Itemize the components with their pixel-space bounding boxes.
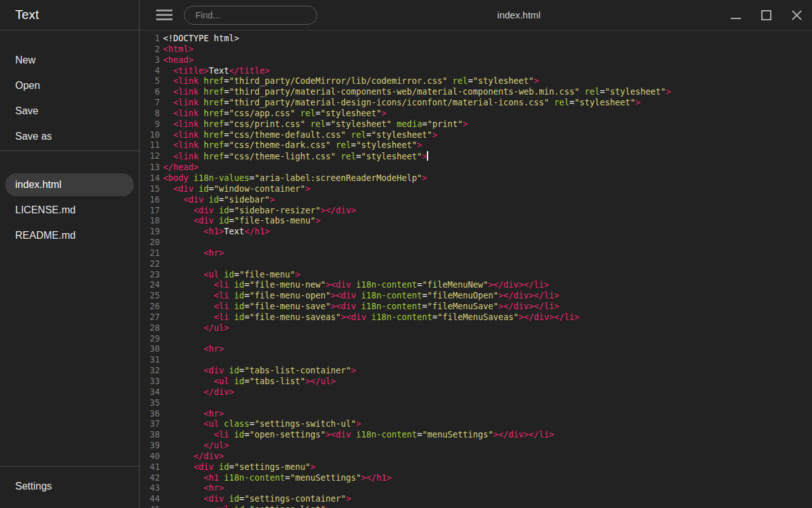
code-text: <li id="open-settings"><div i18n-content… [163,430,554,441]
close-icon [791,10,802,21]
sidebar-item-settings[interactable]: Settings [5,475,134,498]
code-line[interactable]: 4 <title>Text</title> [140,66,812,77]
text-cursor [427,151,428,161]
line-number: 6 [140,87,160,98]
file-menu: NewOpenSaveSave as [0,49,139,148]
sidebar-item-save-as[interactable]: Save as [5,125,134,148]
code-line[interactable]: 15 <div id="window-container"> [140,184,812,195]
close-button[interactable] [782,0,812,30]
code-text: <link href="css/theme-dark.css" rel="sty… [163,140,422,151]
code-text: <html> [163,44,193,55]
code-line[interactable]: 9 <link href="css/print.css" rel="styles… [140,119,812,130]
line-number: 41 [140,462,160,473]
code-line[interactable]: 34 </div> [140,387,812,398]
code-line[interactable]: 7 <link href="third_party/material-desig… [140,98,812,109]
maximize-button[interactable] [751,0,782,30]
code-text: <li id="file-menu-open"><div i18n-conten… [163,291,560,302]
code-line[interactable]: 22 [140,259,812,270]
code-line[interactable]: 25 <li id="file-menu-open"><div i18n-con… [140,291,812,302]
code-line[interactable]: 30 <hr> [140,344,812,355]
code-line[interactable]: 2<html> [140,44,812,55]
code-line[interactable]: 6 <link href="third_party/material-compo… [140,87,812,98]
code-line[interactable]: 19 <h1>Text</h1> [140,227,812,237]
code-editor[interactable]: 1<!DOCTYPE html>2<html>3<head>4 <title>T… [140,31,812,508]
code-line[interactable]: 24 <li id="file-menu-new"><div i18n-cont… [140,280,812,291]
code-line[interactable]: 17 <div id="sidebar-resizer"></div> [140,206,812,217]
code-line[interactable]: 12 <link href="css/theme-light.css" rel=… [140,151,812,163]
line-number: 37 [140,419,160,430]
code-line[interactable]: 33 <ul id="tabs-list"></ul> [140,377,812,387]
code-text: <ul class="settings-switch-ul"> [163,419,361,430]
code-line[interactable]: 10 <link href="css/theme-default.css" re… [140,130,812,141]
code-line[interactable]: 45 <ul id="settings-list"> [140,505,812,508]
line-number: 7 [140,98,160,109]
maximize-icon [761,10,772,21]
line-number: 18 [140,216,160,227]
line-number: 4 [140,66,160,77]
line-number: 14 [140,173,160,184]
code-line[interactable]: 41 <div id="settings-menu"> [140,462,812,473]
code-text: <link href="third_party/material-compone… [163,87,671,98]
file-item-index-html[interactable]: index.html [5,173,134,196]
file-item-license-md[interactable]: LICENSE.md [5,199,134,222]
file-item-readme-md[interactable]: README.md [5,224,134,247]
code-text: <div id="sidebar"> [163,195,275,206]
sidebar-header: Text [0,0,139,30]
code-line[interactable]: 35 [140,398,812,409]
code-text: <hr> [163,483,224,494]
find-input[interactable] [184,6,317,25]
code-line[interactable]: 20 [140,237,812,248]
code-text: <div id="settings-container"> [163,494,351,505]
code-line[interactable]: 18 <div id="file-tabs-menu"> [140,216,812,227]
code-line[interactable]: 37 <ul class="settings-switch-ul"> [140,419,812,430]
topbar: index.html [140,0,812,30]
code-line[interactable]: 14<body i18n-values="aria-label:screenRe… [140,173,812,184]
hamburger-menu-icon[interactable] [156,9,173,22]
line-number: 23 [140,270,160,281]
minimize-button[interactable] [721,0,751,30]
code-line[interactable]: 27 <li id="file-menu-saveas"><div i18n-c… [140,312,812,323]
line-number: 30 [140,344,160,355]
line-number: 22 [140,259,160,270]
code-line[interactable]: 3<head> [140,55,812,66]
sidebar-item-new[interactable]: New [5,49,134,72]
code-line[interactable]: 28 </ul> [140,323,812,334]
code-line[interactable]: 31 [140,355,812,366]
code-text: <!DOCTYPE html> [163,34,239,44]
code-line[interactable]: 5 <link href="third_party/CodeMirror/lib… [140,76,812,87]
code-line[interactable]: 8 <link href="css/app.css" rel="styleshe… [140,109,812,119]
line-number: 3 [140,55,160,66]
code-line[interactable]: 38 <li id="open-settings"><div i18n-cont… [140,430,812,441]
code-line[interactable]: 32 <div id="tabs-list-container"> [140,366,812,377]
code-line[interactable]: 44 <div id="settings-container"> [140,494,812,505]
code-text: <body i18n-values="aria-label:screenRead… [163,173,427,184]
line-number: 33 [140,377,160,387]
code-line[interactable]: 16 <div id="sidebar"> [140,195,812,206]
code-text: <div id="settings-menu"> [163,462,315,473]
code-line[interactable]: 39 </ul> [140,441,812,451]
line-number: 29 [140,334,160,345]
code-text: <hr> [163,344,224,355]
code-line[interactable]: 42 <h1 i18n-content="menuSettings"></h1> [140,473,812,484]
code-line[interactable]: 36 <hr> [140,409,812,420]
code-line[interactable]: 11 <link href="css/theme-dark.css" rel="… [140,140,812,151]
code-line[interactable]: 1<!DOCTYPE html> [140,34,812,44]
code-text: <h1>Text</h1> [163,227,270,237]
line-number: 20 [140,237,160,248]
code-line[interactable]: 40 </div> [140,451,812,462]
code-line[interactable]: 13</head> [140,163,812,173]
window-controls [721,0,812,30]
code-line[interactable]: 21 <hr> [140,248,812,259]
code-text: <link href="css/print.css" rel="styleshe… [163,119,468,130]
text-app-window: { "colors": { "bg": "#222222", "pill": "… [0,0,812,508]
code-line[interactable]: 29 [140,334,812,345]
minimize-icon [730,10,742,21]
code-line[interactable]: 43 <hr> [140,483,812,494]
sidebar-item-save[interactable]: Save [5,100,134,123]
code-text: <title>Text</title> [163,66,270,77]
line-number: 13 [140,163,160,173]
sidebar-item-open[interactable]: Open [5,74,134,97]
code-line[interactable]: 26 <li id="file-menu-save"><div i18n-con… [140,302,812,312]
code-line[interactable]: 23 <ul id="file-menu"> [140,270,812,281]
code-text: <h1 i18n-content="menuSettings"></h1> [163,473,391,484]
